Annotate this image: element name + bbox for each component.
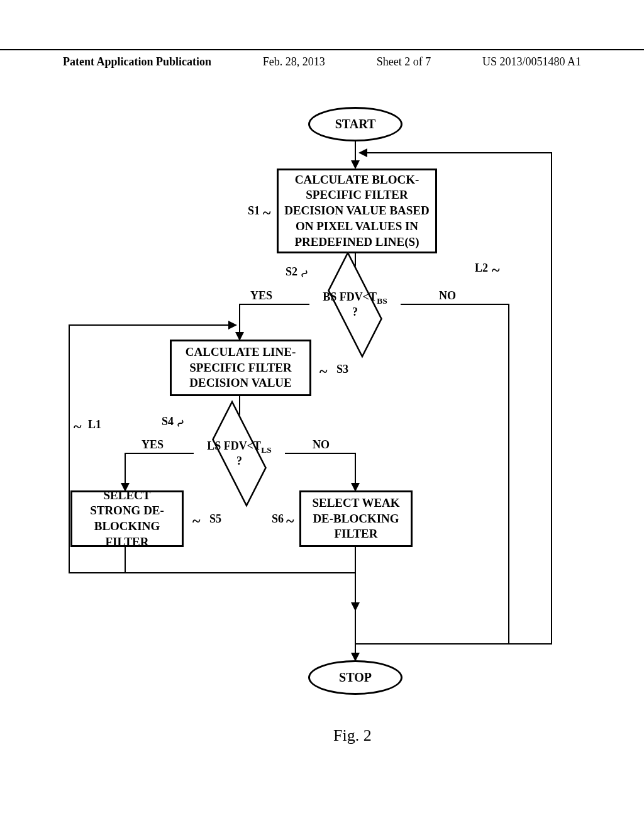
s5-text: SELECT STRONG DE-BLOCKING FILTER (77, 488, 177, 550)
connector (355, 547, 356, 573)
s2-decision: BS FDV<TBS ? (319, 284, 391, 326)
header-publication: Patent Application Publication (63, 55, 211, 69)
s2-sub: BS (377, 296, 387, 305)
l1-label: L1 (88, 418, 101, 431)
connector (355, 610, 356, 643)
flowchart-diagram: START CALCULATE BLOCK-SPECIFIC FILTER DE… (0, 101, 644, 698)
s5-box: SELECT STRONG DE-BLOCKING FILTER (70, 490, 184, 547)
connector (125, 572, 356, 573)
connector (239, 304, 240, 335)
connector (365, 152, 552, 153)
yes-label-s2: YES (250, 289, 272, 302)
connector (69, 324, 70, 573)
connector (285, 453, 356, 454)
s1-label: S1 (248, 204, 260, 218)
connector (508, 304, 509, 643)
tilde-icon: ~ (172, 414, 189, 433)
s3-text: CALCULATE LINE-SPECIFIC FILTER DECISION … (177, 345, 304, 391)
s3-label: S3 (336, 363, 348, 376)
connector (69, 572, 126, 573)
page-header: Patent Application Publication Feb. 28, … (0, 49, 644, 69)
connector (551, 152, 552, 645)
no-label-s4: NO (313, 438, 330, 451)
tilde-icon: ~ (286, 512, 294, 529)
tilde-icon: ~ (296, 265, 313, 283)
connector (355, 453, 356, 486)
s4-label: S4 (162, 415, 174, 428)
s2-q: ? (352, 306, 358, 318)
tilde-icon: ~ (192, 512, 200, 529)
arrow-left-icon (358, 148, 367, 157)
start-label: START (335, 117, 376, 131)
stop-label: STOP (339, 670, 372, 685)
s4-sub: LS (261, 445, 272, 454)
connector (355, 572, 356, 606)
no-label-s2: NO (439, 289, 456, 302)
s4-decision: LS FDV<TLS ? (203, 433, 275, 475)
tilde-icon: ~ (319, 363, 327, 380)
header-sheet: Sheet 2 of 7 (377, 55, 431, 69)
s1-text: CALCULATE BLOCK-SPECIFIC FILTER DECISION… (284, 172, 430, 250)
s1-box: CALCULATE BLOCK-SPECIFIC FILTER DECISION… (277, 169, 437, 253)
l2-label: L2 (475, 262, 488, 275)
connector (125, 453, 126, 486)
s3-box: CALCULATE LINE-SPECIFIC FILTER DECISION … (170, 340, 311, 396)
stop-node: STOP (308, 660, 402, 695)
connector (239, 304, 309, 305)
s2-text: BS FDV<T (323, 290, 377, 303)
connector (508, 643, 552, 645)
yes-label-s4: YES (142, 438, 164, 451)
connector (401, 304, 509, 305)
start-node: START (308, 107, 402, 141)
connector (125, 453, 194, 454)
s5-label: S5 (209, 512, 221, 526)
connector (125, 547, 126, 573)
tilde-icon: ~ (492, 262, 499, 279)
tilde-icon: ~ (263, 204, 270, 221)
s6-label: S6 (272, 512, 284, 526)
tilde-icon: ~ (74, 418, 81, 435)
connector (355, 643, 509, 645)
figure-caption: Fig. 2 (333, 726, 372, 745)
s6-box: SELECT WEAK DE-BLOCKING FILTER (299, 490, 413, 547)
arrow-right-icon (228, 321, 237, 329)
header-pubno: US 2013/0051480 A1 (482, 55, 581, 69)
header-date: Feb. 28, 2013 (263, 55, 325, 69)
s4-text: LS FDV<T (207, 440, 261, 452)
s4-q: ? (236, 455, 242, 467)
connector (69, 324, 231, 326)
arrow-down-icon (351, 160, 360, 169)
s2-label: S2 (286, 265, 297, 279)
s6-text: SELECT WEAK DE-BLOCKING FILTER (306, 495, 406, 542)
